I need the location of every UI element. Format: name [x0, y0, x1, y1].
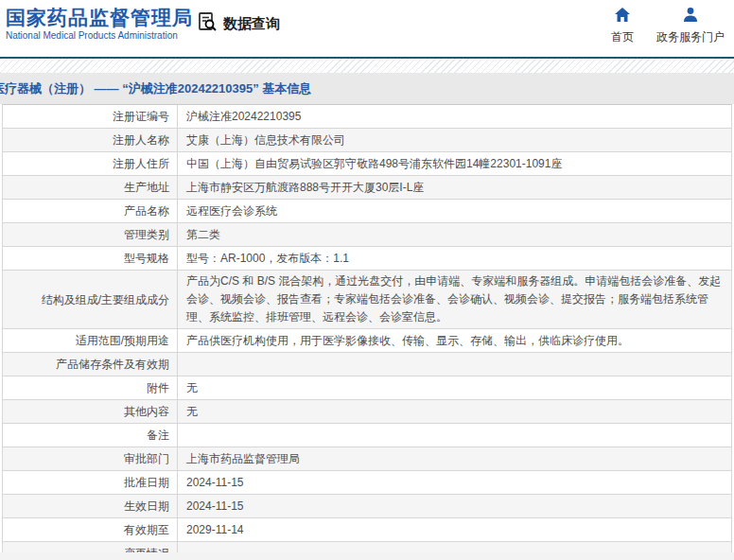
page-title-bar: 医疗器械（注册） —— “沪械注准20242210395” 基本信息 [0, 73, 734, 104]
row-label: 注册证编号 [3, 105, 178, 128]
table-row: 注册证编号沪械注准20242210395 [3, 105, 731, 129]
row-value [178, 424, 731, 446]
row-value: 无 [178, 376, 731, 399]
row-label: 管理类别 [3, 223, 178, 246]
table-row: 注册人名称艾康（上海）信息技术有限公司 [3, 129, 731, 152]
row-label: 生效日期 [3, 495, 178, 517]
table-row: 批准日期2024-11-15 [3, 471, 731, 495]
row-value: 2024-11-15 [178, 495, 731, 517]
hatch-strip [0, 59, 734, 73]
table-row: 产品名称远程医疗会诊系统 [3, 200, 731, 223]
table-row: 其他内容无 [3, 400, 731, 424]
table-row: 管理类别第二类 [3, 223, 731, 247]
nav-portal[interactable]: 政务服务门户 [653, 7, 728, 45]
row-label: 型号规格 [3, 247, 178, 270]
nav-portal-label: 政务服务门户 [656, 30, 725, 44]
table-row: 生产地址上海市静安区万航渡路888号开开大厦30层I-L座 [3, 176, 731, 200]
row-label: 注册人名称 [3, 129, 178, 151]
nmpa-logo[interactable]: 国家药品监督管理局 National Medical Products Admi… [6, 7, 193, 41]
document-search-icon [197, 11, 218, 36]
home-icon [585, 7, 660, 24]
detail-table: 注册证编号沪械注准20242210395注册人名称艾康（上海）信息技术有限公司注… [2, 104, 732, 560]
row-label: 附件 [3, 376, 178, 399]
user-icon [653, 7, 728, 24]
row-value: 产品为C/S 和 B/S 混合架构，通过光盘交付，由申请端、专家端和服务器组成。… [178, 271, 731, 328]
page-title: 医疗器械（注册） —— “沪械注准20242210395” 基本信息 [0, 80, 311, 97]
row-label: 适用范围/预期用途 [3, 329, 178, 352]
row-value: 型号：AR-1000，发布版本：1.1 [178, 247, 731, 270]
table-row: 结构及组成/主要组成成分产品为C/S 和 B/S 混合架构，通过光盘交付，由申请… [3, 271, 731, 329]
row-label: 生产地址 [3, 176, 178, 199]
row-value: 远程医疗会诊系统 [178, 200, 731, 222]
logo-subtitle: National Medical Products Administration [6, 30, 193, 41]
row-value: 2029-11-14 [178, 518, 731, 541]
row-label: 批准日期 [3, 471, 178, 494]
nav-home-label: 首页 [611, 30, 634, 44]
table-row: 型号规格型号：AR-1000，发布版本：1.1 [3, 247, 731, 271]
table-row: 适用范围/预期用途产品供医疗机构使用，用于医学影像接收、传输、显示、存储、输出，… [3, 329, 731, 353]
row-value [178, 353, 731, 376]
data-query-button[interactable]: 数据查询 [197, 11, 280, 36]
page-footer [0, 552, 734, 560]
data-query-label: 数据查询 [223, 15, 280, 33]
row-label: 其他内容 [3, 400, 178, 423]
row-value: 中国（上海）自由贸易试验区郭守敬路498号浦东软件园14幢22301-1091座 [178, 152, 731, 175]
table-row: 备注 [3, 424, 731, 447]
header: 国家药品监督管理局 National Medical Products Admi… [0, 0, 734, 57]
table-row: 附件无 [3, 376, 731, 400]
row-label: 产品储存条件及有效期 [3, 353, 178, 376]
row-value: 2024-11-15 [178, 471, 731, 494]
row-label: 注册人住所 [3, 152, 178, 175]
row-value: 上海市药品监督管理局 [178, 447, 731, 470]
table-row: 生效日期2024-11-15 [3, 495, 731, 518]
row-value: 艾康（上海）信息技术有限公司 [178, 129, 731, 151]
row-label: 备注 [3, 424, 178, 446]
logo-title: 国家药品监督管理局 [6, 7, 193, 29]
row-value: 无 [178, 400, 731, 423]
row-label: 审批部门 [3, 447, 178, 470]
row-value: 沪械注准20242210395 [178, 105, 731, 128]
nav-home[interactable]: 首页 [585, 7, 660, 45]
row-label: 有效期至 [3, 518, 178, 541]
table-row: 产品储存条件及有效期 [3, 353, 731, 376]
table-row: 有效期至2029-11-14 [3, 518, 731, 542]
row-label: 结构及组成/主要组成成分 [3, 271, 178, 328]
table-row: 注册人住所中国（上海）自由贸易试验区郭守敬路498号浦东软件园14幢22301-… [3, 152, 731, 176]
row-value: 产品供医疗机构使用，用于医学影像接收、传输、显示、存储、输出，供临床诊疗使用。 [178, 329, 731, 352]
row-label: 产品名称 [3, 200, 178, 222]
row-value: 上海市静安区万航渡路888号开开大厦30层I-L座 [178, 176, 731, 199]
table-row: 审批部门上海市药品监督管理局 [3, 447, 731, 471]
row-value: 第二类 [178, 223, 731, 246]
